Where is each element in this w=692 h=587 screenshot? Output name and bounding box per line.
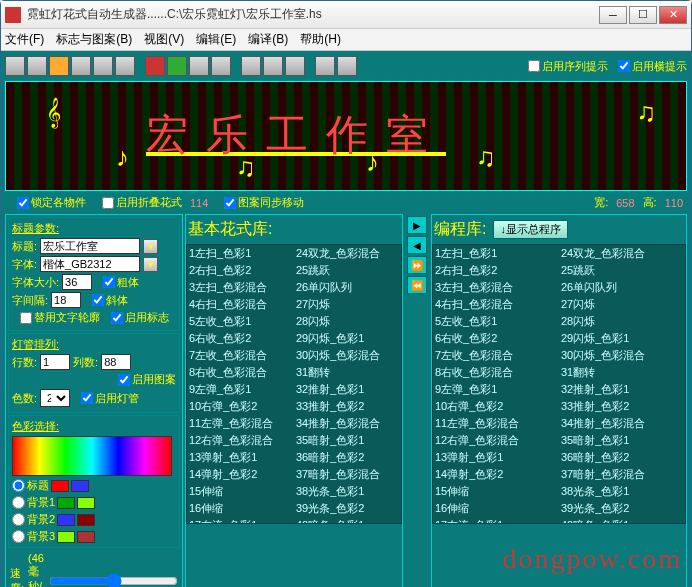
list-item[interactable]: 9左弹_色彩1 [433, 381, 559, 398]
color-swatch[interactable] [57, 531, 75, 543]
color-swatch[interactable] [57, 497, 75, 509]
list-item[interactable]: 4右扫_色彩混合 [433, 296, 559, 313]
list-item[interactable]: 7左收_色彩混合 [433, 347, 559, 364]
list-item[interactable]: 36暗射_色彩2 [294, 449, 401, 466]
cols-input[interactable] [101, 354, 131, 370]
minimize-button[interactable]: ─ [599, 6, 627, 24]
list-item[interactable]: 17左流_色彩1 [433, 517, 559, 524]
tool-record[interactable] [145, 56, 165, 76]
list-item[interactable]: 34推射_色彩混合 [559, 415, 685, 432]
color-swatch[interactable] [77, 514, 95, 526]
list-item[interactable]: 13弹射_色彩1 [187, 449, 294, 466]
tool-about[interactable] [285, 56, 305, 76]
title-input[interactable] [40, 238, 140, 254]
list-item[interactable]: 13弹射_色彩1 [433, 449, 559, 466]
menu-item[interactable]: 编辑(E) [196, 31, 236, 48]
tool-stop[interactable] [211, 56, 231, 76]
list-item[interactable]: 27闪烁 [559, 296, 685, 313]
font-dropdown-icon[interactable]: ▾ [143, 257, 158, 272]
list-item[interactable]: 1左扫_色彩1 [187, 245, 294, 262]
tool-extra1[interactable] [315, 56, 335, 76]
list-item[interactable]: 15伸缩 [187, 483, 294, 500]
list-item[interactable]: 33推射_色彩2 [294, 398, 401, 415]
color-swatch[interactable] [77, 531, 95, 543]
check-italic[interactable]: 斜体 [92, 293, 128, 308]
color-swatch[interactable] [57, 514, 75, 526]
list-item[interactable]: 27闪烁 [294, 296, 401, 313]
nav-all-right[interactable]: ⏩ [407, 256, 427, 274]
list-item[interactable]: 10右弹_色彩2 [187, 398, 294, 415]
list-item[interactable]: 9左弹_色彩1 [187, 381, 294, 398]
list-item[interactable]: 17左流_色彩1 [187, 517, 294, 524]
nav-all-left[interactable]: ⏪ [407, 276, 427, 294]
tool-save[interactable] [49, 56, 69, 76]
list-item[interactable]: 7左收_色彩混合 [187, 347, 294, 364]
list-item[interactable]: 39光条_色彩2 [294, 500, 401, 517]
check-row-hint[interactable]: 启用横提示 [618, 59, 687, 74]
program-listbox[interactable]: 1左扫_色彩12右扫_色彩23左扫_色彩混合4右扫_色彩混合5左收_色彩16右收… [432, 244, 686, 524]
pattern-listbox[interactable]: 1左扫_色彩12右扫_色彩23左扫_色彩混合4右扫_色彩混合5左收_色彩16右收… [186, 244, 402, 524]
list-item[interactable]: 2右扫_色彩2 [187, 262, 294, 279]
tool-pause[interactable] [189, 56, 209, 76]
font-input[interactable] [40, 256, 140, 272]
check-tube[interactable]: 启用灯管 [81, 391, 139, 406]
list-item[interactable]: 5左收_色彩1 [433, 313, 559, 330]
list-item[interactable]: 2右扫_色彩2 [433, 262, 559, 279]
list-item[interactable]: 8右收_色彩混合 [433, 364, 559, 381]
list-item[interactable]: 35暗射_色彩1 [559, 432, 685, 449]
list-item[interactable]: 36暗射_色彩2 [559, 449, 685, 466]
fontsize-input[interactable] [62, 274, 92, 290]
list-item[interactable]: 16伸缩 [187, 500, 294, 517]
list-item[interactable]: 11左弹_色彩混合 [187, 415, 294, 432]
list-item[interactable]: 35暗射_色彩1 [294, 432, 401, 449]
list-item[interactable]: 5左收_色彩1 [187, 313, 294, 330]
tool-play[interactable] [167, 56, 187, 76]
color-radio[interactable] [12, 496, 25, 509]
menu-item[interactable]: 帮助(H) [300, 31, 341, 48]
list-item[interactable]: 25跳跃 [559, 262, 685, 279]
title-dropdown-icon[interactable]: ▾ [143, 239, 158, 254]
check-bold[interactable]: 粗体 [103, 275, 139, 290]
list-item[interactable]: 34推射_色彩混合 [294, 415, 401, 432]
list-item[interactable]: 30闪烁_色彩混合 [294, 347, 401, 364]
list-item[interactable]: 12右弹_色彩混合 [187, 432, 294, 449]
check-mark[interactable]: 启用标志 [111, 310, 169, 325]
list-item[interactable]: 14弹射_色彩2 [433, 466, 559, 483]
tool-new[interactable] [5, 56, 25, 76]
color-swatch[interactable] [51, 480, 69, 492]
tool-6[interactable] [115, 56, 135, 76]
list-item[interactable]: 12右弹_色彩混合 [433, 432, 559, 449]
list-item[interactable]: 37暗射_色彩混合 [294, 466, 401, 483]
list-item[interactable]: 6右收_色彩2 [187, 330, 294, 347]
list-item[interactable]: 24双龙_色彩混合 [559, 245, 685, 262]
list-item[interactable]: 10右弹_色彩2 [433, 398, 559, 415]
speed-slider[interactable] [49, 574, 178, 588]
tool-5[interactable] [93, 56, 113, 76]
maximize-button[interactable]: ☐ [629, 6, 657, 24]
list-item[interactable]: 8右收_色彩混合 [187, 364, 294, 381]
list-item[interactable]: 32推射_色彩1 [294, 381, 401, 398]
list-item[interactable]: 25跳跃 [294, 262, 401, 279]
list-item[interactable]: 40暗条_色彩1 [294, 517, 401, 524]
color-radio[interactable] [12, 479, 25, 492]
list-item[interactable]: 28闪烁 [294, 313, 401, 330]
list-item[interactable]: 38光条_色彩1 [559, 483, 685, 500]
list-item[interactable]: 32推射_色彩1 [559, 381, 685, 398]
menu-item[interactable]: 文件(F) [5, 31, 44, 48]
list-item[interactable]: 3左扫_色彩混合 [187, 279, 294, 296]
check-col-hint[interactable]: 启用序列提示 [528, 59, 608, 74]
list-item[interactable]: 15伸缩 [433, 483, 559, 500]
list-item[interactable]: 26单闪队列 [294, 279, 401, 296]
list-item[interactable]: 24双龙_色彩混合 [294, 245, 401, 262]
menu-item[interactable]: 标志与图案(B) [56, 31, 132, 48]
color-swatch[interactable] [71, 480, 89, 492]
list-item[interactable]: 38光条_色彩1 [294, 483, 401, 500]
nav-right[interactable]: ▶ [407, 216, 427, 234]
list-item[interactable]: 29闪烁_色彩1 [294, 330, 401, 347]
menu-item[interactable]: 视图(V) [144, 31, 184, 48]
check-outline[interactable]: 替用文字轮廓 [20, 310, 100, 325]
list-item[interactable]: 1左扫_色彩1 [433, 245, 559, 262]
list-item[interactable]: 30闪烁_色彩混合 [559, 347, 685, 364]
list-item[interactable]: 39光条_色彩2 [559, 500, 685, 517]
color-spectrum[interactable] [12, 436, 172, 476]
